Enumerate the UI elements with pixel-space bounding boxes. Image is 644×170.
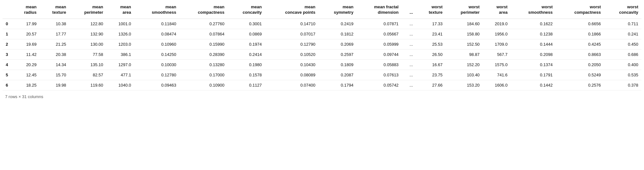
cell-2-mean_texture: 21.25 [40, 39, 69, 49]
cell-1-mean_fractal_dimension: 0.05667 [356, 29, 401, 39]
cell-0-mean_radius: 17.99 [12, 19, 40, 29]
table-header-row: meanradius meantexture meanperimeter mea… [3, 3, 641, 19]
cell-6-mean_concave_points: 0.07400 [265, 80, 318, 90]
cell-1-idx: 1 [3, 29, 12, 39]
cell-5-ellipsis: ... [402, 70, 416, 80]
cell-1-mean_symmetry: 0.1812 [318, 29, 356, 39]
cell-2-mean_smoothness: 0.10960 [134, 39, 179, 49]
cell-4-mean_radius: 20.29 [12, 59, 40, 70]
cell-3-mean_symmetry: 0.2597 [318, 49, 356, 59]
table-row: 311.4220.3877.58386.10.142500.283900.241… [3, 49, 641, 59]
cell-5-worst_compactness: 0.5249 [556, 70, 604, 80]
cell-1-worst_texture: 23.41 [416, 29, 446, 39]
cell-6-mean_symmetry: 0.1794 [318, 80, 356, 90]
cell-2-mean_symmetry: 0.2069 [318, 39, 356, 49]
cell-5-mean_compactness: 0.17000 [179, 70, 228, 80]
cell-4-mean_concave_points: 0.10430 [265, 59, 318, 70]
cell-6-mean_concavity: 0.1127 [228, 80, 265, 90]
cell-0-mean_smoothness: 0.11840 [134, 19, 179, 29]
cell-3-mean_radius: 11.42 [12, 49, 40, 59]
cell-3-mean_compactness: 0.28390 [179, 49, 228, 59]
cell-2-worst_smoothness: 0.1444 [511, 39, 556, 49]
cell-5-worst_perimeter: 103.40 [446, 70, 483, 80]
col-header-mean-compactness: meancompactness [179, 3, 228, 19]
cell-4-worst_concavity: 0.400 [604, 59, 641, 70]
col-header-mean-concavity: meanconcavity [228, 3, 265, 19]
cell-3-worst_compactness: 0.8663 [556, 49, 604, 59]
cell-3-mean_smoothness: 0.14250 [134, 49, 179, 59]
cell-1-worst_perimeter: 158.80 [446, 29, 483, 39]
cell-5-mean_texture: 15.70 [40, 70, 69, 80]
cell-2-mean_concavity: 0.1974 [228, 39, 265, 49]
cell-4-mean_area: 1297.0 [106, 59, 134, 70]
cell-0-worst_texture: 17.33 [416, 19, 446, 29]
cell-1-mean_concave_points: 0.07017 [265, 29, 318, 39]
cell-5-worst_concavity: 0.535 [604, 70, 641, 80]
cell-6-worst_compactness: 0.2576 [556, 80, 604, 90]
cell-1-mean_area: 1326.0 [106, 29, 134, 39]
cell-2-worst_texture: 25.53 [416, 39, 446, 49]
cell-0-mean_concavity: 0.3001 [228, 19, 265, 29]
cell-6-mean_perimeter: 119.60 [69, 80, 106, 90]
cell-2-worst_compactness: 0.4245 [556, 39, 604, 49]
col-header-worst-compactness: worstcompactness [556, 3, 604, 19]
table-row: 120.5717.77132.901326.00.084740.078640.0… [3, 29, 641, 39]
cell-2-mean_area: 1203.0 [106, 39, 134, 49]
cell-5-worst_area: 741.6 [483, 70, 511, 80]
col-header-mean-texture: meantexture [40, 3, 69, 19]
cell-0-worst_concavity: 0.711 [604, 19, 641, 29]
cell-4-idx: 4 [3, 59, 12, 70]
cell-0-ellipsis: ... [402, 19, 416, 29]
cell-5-mean_smoothness: 0.12780 [134, 70, 179, 80]
cell-4-worst_compactness: 0.2050 [556, 59, 604, 70]
cell-3-worst_smoothness: 0.2098 [511, 49, 556, 59]
cell-4-mean_compactness: 0.13280 [179, 59, 228, 70]
cell-6-mean_area: 1040.0 [106, 80, 134, 90]
cell-5-mean_symmetry: 0.2087 [318, 70, 356, 80]
cell-4-mean_concavity: 0.1980 [228, 59, 265, 70]
cell-5-mean_radius: 12.45 [12, 70, 40, 80]
cell-2-mean_perimeter: 130.00 [69, 39, 106, 49]
cell-5-mean_concave_points: 0.08089 [265, 70, 318, 80]
col-header-worst-texture: worsttexture [416, 3, 446, 19]
data-table: meanradius meantexture meanperimeter mea… [3, 3, 641, 90]
cell-2-mean_radius: 19.69 [12, 39, 40, 49]
cell-5-idx: 5 [3, 70, 12, 80]
cell-0-mean_symmetry: 0.2419 [318, 19, 356, 29]
cell-4-mean_symmetry: 0.1809 [318, 59, 356, 70]
cell-1-ellipsis: ... [402, 29, 416, 39]
cell-1-worst_compactness: 0.1866 [556, 29, 604, 39]
cell-2-ellipsis: ... [402, 39, 416, 49]
cell-0-mean_area: 1001.0 [106, 19, 134, 29]
cell-1-mean_perimeter: 132.90 [69, 29, 106, 39]
cell-0-mean_perimeter: 122.80 [69, 19, 106, 29]
cell-4-mean_smoothness: 0.10030 [134, 59, 179, 70]
cell-4-worst_texture: 16.67 [416, 59, 446, 70]
cell-1-mean_texture: 17.77 [40, 29, 69, 39]
cell-3-worst_concavity: 0.686 [604, 49, 641, 59]
cell-4-mean_fractal_dimension: 0.05883 [356, 59, 401, 70]
cell-6-idx: 6 [3, 80, 12, 90]
cell-4-worst_smoothness: 0.1374 [511, 59, 556, 70]
cell-0-idx: 0 [3, 19, 12, 29]
cell-6-mean_fractal_dimension: 0.05742 [356, 80, 401, 90]
cell-2-worst_area: 1709.0 [483, 39, 511, 49]
cell-3-ellipsis: ... [402, 49, 416, 59]
cell-2-mean_fractal_dimension: 0.05999 [356, 39, 401, 49]
col-header-worst-area: worstarea [483, 3, 511, 19]
cell-5-mean_perimeter: 82.57 [69, 70, 106, 80]
col-header-worst-smoothness: worstsmoothness [511, 3, 556, 19]
cell-6-worst_perimeter: 153.20 [446, 80, 483, 90]
cell-3-worst_perimeter: 98.87 [446, 49, 483, 59]
table-footer: 7 rows × 31 columns [0, 90, 644, 102]
cell-6-mean_texture: 19.98 [40, 80, 69, 90]
table-row: 618.2519.98119.601040.00.094630.109000.1… [3, 80, 641, 90]
cell-4-mean_texture: 14.34 [40, 59, 69, 70]
col-header-worst-concavity: worstconcavity [604, 3, 641, 19]
cell-4-worst_area: 1575.0 [483, 59, 511, 70]
table-row: 219.6921.25130.001203.00.109600.159900.1… [3, 39, 641, 49]
cell-3-worst_area: 567.7 [483, 49, 511, 59]
cell-1-mean_radius: 20.57 [12, 29, 40, 39]
cell-4-worst_perimeter: 152.20 [446, 59, 483, 70]
cell-1-worst_smoothness: 0.1238 [511, 29, 556, 39]
